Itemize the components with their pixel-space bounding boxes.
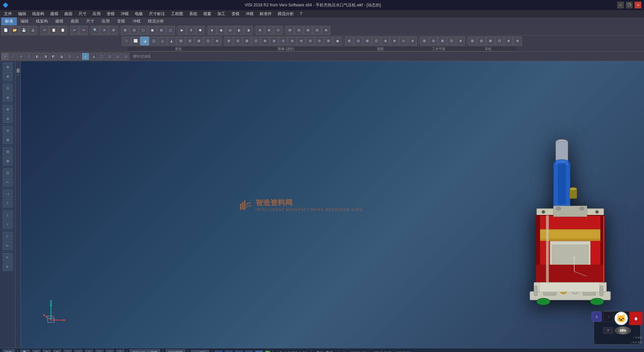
img-btn-8[interactable]: ⊚	[288, 37, 297, 45]
sys-btn-5[interactable]: ⊕	[504, 37, 513, 45]
tab-standard[interactable]: 标准	[1, 17, 17, 25]
img-btn-5[interactable]: ⊕	[261, 37, 269, 45]
mode-btn-3[interactable]: ◎	[17, 53, 25, 60]
tb1-b2[interactable]: ⊟	[130, 26, 139, 35]
sys-btn-4[interactable]: ⊡	[495, 37, 504, 45]
menu-mold2[interactable]: 变模	[229, 10, 242, 17]
shape-btn-3[interactable]: ◪	[140, 37, 149, 45]
mode-btn-4[interactable]: ⬡	[25, 53, 33, 60]
tab-dim[interactable]: 尺寸	[83, 17, 98, 25]
img-btn-11[interactable]: ⊝	[315, 37, 324, 45]
tb1-b20[interactable]: ⊞	[304, 26, 312, 35]
tab-mold[interactable]: 变模	[113, 17, 129, 25]
img-btn-4[interactable]: ⊡	[252, 37, 260, 45]
menu-drawing[interactable]: 工程图	[168, 10, 186, 17]
tb1-b14[interactable]: ◑	[244, 26, 253, 35]
img-btn-6[interactable]: ⊗	[270, 37, 278, 45]
abs-view-btn[interactable]: 绝对视图	[166, 349, 185, 352]
tab-model[interactable]: 建模	[52, 17, 67, 25]
shape-btn-9[interactable]: ⊠	[195, 37, 203, 45]
side-btn-9[interactable]: ⊟	[3, 147, 13, 156]
tb1-b15[interactable]: ⊕	[256, 26, 264, 35]
tb1-b4[interactable]: ◼	[148, 26, 157, 35]
tb1-b12[interactable]: ◎	[226, 26, 234, 35]
side-btn-3[interactable]: ⊙	[3, 84, 13, 92]
tb1-b1[interactable]: ⊞	[121, 26, 129, 35]
shape-btn-6[interactable]: ◭	[167, 37, 176, 45]
color-box-3[interactable]	[235, 351, 243, 352]
tab-surface[interactable]: 曲面	[67, 17, 83, 25]
menu-stamping[interactable]: 冲模	[118, 10, 131, 17]
side-btn-7[interactable]: ⊝	[3, 126, 13, 135]
mode-btn-13[interactable]: ◯	[98, 53, 105, 60]
tb1-b16[interactable]: ⊗	[265, 26, 273, 35]
side-btn-15[interactable]: ⊥	[3, 211, 13, 219]
menu-wireframe[interactable]: 线架构	[30, 10, 47, 17]
close-button[interactable]: ✕	[635, 2, 641, 8]
tab-apply[interactable]: 应用	[98, 17, 113, 25]
menu-file[interactable]: 文件	[1, 10, 15, 17]
side-btn-19[interactable]: ⊩	[3, 253, 13, 262]
mode-btn-2[interactable]: □	[9, 53, 17, 60]
menu-dim-mark[interactable]: 尺寸标注	[146, 10, 168, 17]
status-icon-10[interactable]: ⊛	[116, 350, 124, 352]
view-btn-1[interactable]: ⊞	[345, 37, 354, 45]
mode-btn-15[interactable]: ◱	[114, 53, 121, 60]
shape-btn-1[interactable]: □	[122, 37, 131, 45]
img-btn-1[interactable]: ⊞	[224, 37, 233, 45]
delete-button[interactable]: ✕	[100, 26, 109, 35]
sys-btn-6[interactable]: ⊗	[513, 37, 522, 45]
menu-standards[interactable]: 标准件	[257, 10, 274, 17]
status-icon-5[interactable]: ◎	[64, 350, 72, 352]
status-icon-6[interactable]: ◉	[74, 350, 83, 352]
layer-btn[interactable]: LAYER0	[191, 350, 209, 352]
tb1-b7[interactable]: ▶	[178, 26, 186, 35]
status-icon-2[interactable]: ⊞	[33, 350, 40, 352]
mode-btn-7[interactable]: ◩	[50, 53, 57, 60]
paste-button[interactable]: 📋	[58, 26, 67, 35]
side-btn-1[interactable]: ⊕	[3, 62, 13, 71]
menu-mold[interactable]: 变模	[104, 10, 117, 17]
menu-apply[interactable]: 应用	[90, 10, 103, 17]
tb1-b22[interactable]: ⊕	[322, 26, 330, 35]
abs-xy-btn[interactable]: 绝对 XY 上视图	[130, 349, 160, 352]
tb1-b5[interactable]: ⊞	[157, 26, 166, 35]
img-btn-2[interactable]: ⊟	[233, 37, 242, 45]
view-btn-2[interactable]: ⊟	[354, 37, 363, 45]
tb1-b6[interactable]: ◻	[166, 26, 175, 35]
sys-btn-2[interactable]: ⊟	[477, 37, 486, 45]
tb1-b11[interactable]: ◉	[217, 26, 225, 35]
img-btn-3[interactable]: ⊠	[243, 37, 251, 45]
wp-btn-3[interactable]: ⊠	[438, 37, 447, 45]
side-btn-16[interactable]: ⊦	[3, 220, 13, 229]
status-icon-4[interactable]: ⊠	[53, 350, 61, 352]
side-btn-12[interactable]: ⊢	[3, 178, 13, 186]
img-btn-7[interactable]: ⊙	[279, 37, 287, 45]
mode-btn-12[interactable]: ◮	[90, 53, 97, 60]
maximize-button[interactable]: ❐	[626, 2, 633, 8]
wp-btn-1[interactable]: ⊞	[420, 37, 429, 45]
tab-wireframe[interactable]: 线架构	[32, 17, 52, 25]
shape-btn-10[interactable]: ⊡	[204, 37, 212, 45]
mode-btn-8[interactable]: ◪	[58, 53, 65, 60]
wp-btn-4[interactable]: ⊡	[447, 37, 456, 45]
view-btn-8[interactable]: ⊚	[408, 37, 417, 45]
print-button[interactable]: 🖨	[29, 26, 37, 35]
mode-btn-14[interactable]: ◰	[106, 53, 113, 60]
menu-electrode[interactable]: 电极	[132, 10, 146, 17]
minimize-button[interactable]: ─	[617, 2, 624, 8]
shape-btn-5[interactable]: ◬	[158, 37, 167, 45]
tb1-b10[interactable]: ◈	[208, 26, 216, 35]
settings-button[interactable]: ⚙	[109, 26, 118, 35]
side-btn-11[interactable]: ⊡	[3, 168, 13, 177]
shape-btn-11[interactable]: ⊕	[213, 37, 221, 45]
view-btn-6[interactable]: ⊗	[390, 37, 399, 45]
status-icon-7[interactable]: ⊕	[85, 350, 93, 352]
view-btn-5[interactable]: ⊕	[381, 37, 390, 45]
status-icon-8[interactable]: ⊗	[96, 350, 103, 352]
tb1-b8[interactable]: ⏸	[187, 26, 196, 35]
menu-surface[interactable]: 曲面	[62, 10, 75, 17]
img-btn-9[interactable]: ⊛	[297, 37, 306, 45]
side-btn-20[interactable]: ⊪	[3, 262, 13, 271]
tb1-b21[interactable]: ⊟	[313, 26, 321, 35]
